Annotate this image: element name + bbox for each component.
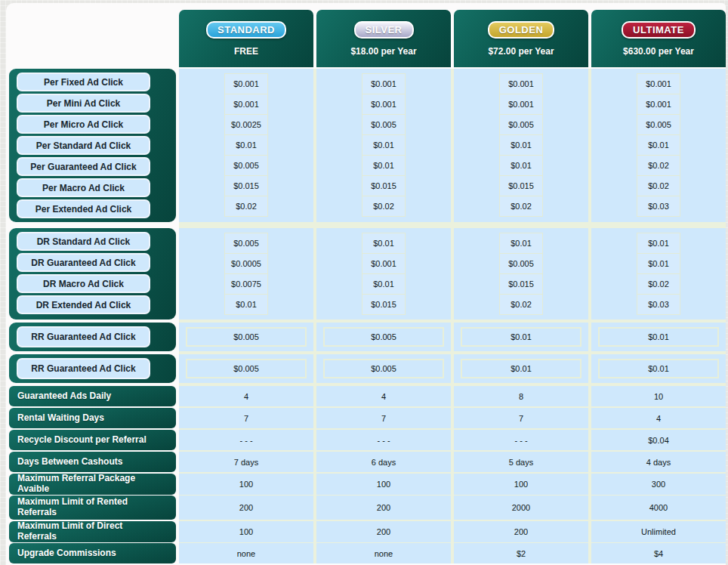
row-label-button[interactable]: Per Fixed Ad Click (17, 73, 150, 91)
price-value-cell: $0.02 (499, 196, 543, 217)
rr-row-1: RR Guaranteed Ad Click$0.005$0.005$0.01$… (9, 323, 726, 351)
rr-label-block: RR Guaranteed Ad Click (9, 354, 176, 383)
price-value-cell: $0.01 (637, 233, 680, 254)
plan-price-golden: $72.00 per Year (488, 46, 554, 57)
price-value-cell: $0.001 (224, 94, 268, 115)
row-label-button[interactable]: DR Macro Ad Click (17, 274, 150, 293)
feature-row: Maximum Limit of Rented Referrals2002002… (9, 496, 726, 520)
price-value-cell: $0.01 (598, 359, 719, 378)
feature-row: Days Between Cashouts7 days6 days5 days4… (9, 452, 726, 472)
price-value-cell: $0.01 (461, 327, 581, 347)
ad-click-group-1: Per Fixed Ad ClickPer Mini Ad ClickPer M… (9, 69, 726, 222)
price-value-cell: $0.02 (362, 196, 406, 217)
feature-value-cell: 7 (454, 408, 588, 428)
row-label-button[interactable]: Per Macro Ad Click (17, 178, 150, 197)
plan-column-values: $0.01 (454, 354, 588, 383)
price-value-cell: $0.01 (224, 134, 268, 156)
plan-column-values: $0.005 (316, 354, 451, 383)
feature-value-cell: 7 days (179, 452, 313, 472)
price-value-cell: $0.015 (224, 175, 268, 196)
price-value-cell: $0.005 (224, 155, 268, 176)
row-label-button[interactable]: RR Guaranteed Ad Click (17, 358, 150, 379)
feature-row: Maximum Referral Package Avaible10010010… (9, 474, 726, 494)
row-label-button[interactable]: Per Micro Ad Click (17, 115, 150, 134)
plan-column-values: $0.01$0.01$0.02$0.03 (591, 228, 726, 320)
feature-value-cell: 200 (316, 521, 451, 542)
price-value-cell: $0.02 (224, 196, 268, 217)
plan-column-values: $0.005 (179, 323, 313, 351)
feature-value-cell: - - - (454, 430, 588, 450)
plan-price-ultimate: $630.00 per Year (623, 46, 694, 57)
row-label-button[interactable]: DR Extended Ad Click (17, 295, 150, 314)
feature-label: Upgrade Commissions (9, 543, 176, 563)
price-value-cell: $0.001 (499, 73, 543, 94)
plan-column-values: $0.001$0.001$0.0025$0.01$0.005$0.015$0.0… (179, 69, 313, 222)
feature-row: Maximum Limit of Direct Referrals1002002… (9, 521, 726, 542)
rr-label-block: RR Guaranteed Ad Click (9, 323, 176, 351)
feature-value-cell: $4 (591, 543, 726, 563)
feature-value-cell: 4 days (591, 452, 726, 472)
price-value-cell: $0.005 (323, 327, 444, 347)
plan-price-standard: FREE (234, 46, 258, 57)
row-label-button[interactable]: Per Extended Ad Click (17, 199, 150, 218)
row-label-button[interactable]: Per Standard Ad Click (17, 136, 150, 155)
price-value-cell: $0.01 (362, 155, 406, 176)
feature-label: Guaranteed Ads Daily (9, 386, 176, 406)
price-value-cell: $0.0005 (224, 253, 268, 274)
price-value-cell: $0.01 (499, 233, 543, 254)
feature-value-cell: 100 (179, 474, 313, 495)
feature-value-cell: 7 (179, 408, 313, 428)
row-label-button[interactable]: Per Guaranteed Ad Click (17, 157, 150, 176)
plan-column-values: $0.01$0.001$0.01$0.015 (316, 228, 451, 320)
feature-value-cell: - - - (179, 430, 313, 450)
feature-value-cell: 100 (454, 474, 588, 495)
price-value-cell: $0.02 (637, 155, 680, 176)
feature-label: Maximum Referral Package Avaible (9, 474, 176, 495)
feature-value-cell: none (316, 543, 451, 563)
price-value-cell: $0.01 (461, 359, 581, 378)
feature-label: Maximum Limit of Rented Referrals (9, 496, 176, 520)
price-value-cell: $0.015 (362, 175, 406, 196)
content-panel: STANDARDFREESILVER$18.00 per YearGOLDEN$… (6, 3, 726, 565)
price-value-cell: $0.01 (362, 273, 406, 295)
feature-value-cell: Unlimited (591, 521, 726, 542)
price-value-cell: $0.001 (362, 73, 406, 94)
row-label-button[interactable]: RR Guaranteed Ad Click (17, 326, 150, 347)
plan-header-ultimate: ULTIMATE$630.00 per Year (591, 10, 726, 67)
feature-label: Days Between Cashouts (9, 452, 176, 472)
plan-badge-ultimate: ULTIMATE (622, 21, 696, 39)
row-label-button[interactable]: DR Guaranteed Ad Click (17, 253, 150, 272)
price-value-cell: $0.001 (637, 94, 680, 115)
price-value-cell: $0.02 (637, 273, 680, 295)
price-value-cell: $0.005 (224, 233, 268, 254)
plan-badge-silver: SILVER (354, 21, 414, 39)
feature-row: Guaranteed Ads Daily44810 (9, 386, 726, 406)
feature-value-cell: 4000 (591, 496, 726, 520)
feature-value-cell: none (179, 543, 313, 563)
plan-badge-golden: GOLDEN (488, 21, 555, 39)
plan-badge-standard: STANDARD (206, 21, 286, 39)
price-value-cell: $0.005 (362, 114, 406, 135)
row-label-button[interactable]: Per Mini Ad Click (17, 94, 150, 113)
price-value-cell: $0.005 (637, 114, 680, 135)
price-value-cell: $0.015 (499, 175, 543, 196)
feature-row: Recycle Discount per Referral- - -- - --… (9, 430, 726, 450)
price-value-cell: $0.005 (499, 253, 543, 274)
row-label-button[interactable]: DR Standard Ad Click (17, 232, 150, 251)
feature-value-cell: 300 (591, 474, 726, 495)
price-value-cell: $0.005 (186, 359, 307, 378)
feature-value-cell: 10 (591, 386, 726, 406)
price-value-cell: $0.02 (499, 294, 543, 315)
feature-value-cell: 2000 (454, 496, 588, 520)
membership-pricing-table: STANDARDFREESILVER$18.00 per YearGOLDEN$… (9, 10, 726, 563)
price-value-cell: $0.005 (499, 114, 543, 135)
price-value-cell: $0.03 (637, 196, 680, 217)
ad-click-group-2: DR Standard Ad ClickDR Guaranteed Ad Cli… (9, 228, 726, 320)
feature-value-cell: 100 (179, 521, 313, 542)
feature-value-cell: 200 (454, 521, 588, 542)
feature-value-cell: 4 (179, 386, 313, 406)
feature-row: Rental Waiting Days7774 (9, 408, 726, 428)
feature-row: Upgrade Commissionsnonenone$2$4 (9, 543, 726, 563)
price-value-cell: $0.001 (499, 94, 543, 115)
price-value-cell: $0.01 (499, 155, 543, 176)
